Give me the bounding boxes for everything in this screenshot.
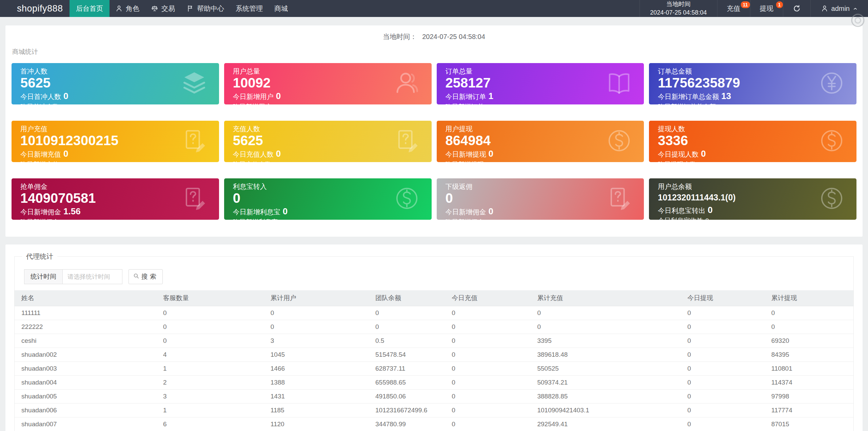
stat-card-yesterday-line-6: 昨日新增提现0: [446, 160, 607, 162]
nav-item-2[interactable]: 交易: [145, 0, 181, 17]
stat-card-11: 用户总余额 1012320111443.1(0) 今日利息宝转出0 今日利息宝收…: [649, 178, 856, 220]
stat-card-today-value-6: 0: [489, 149, 493, 159]
doc-question-icon: [181, 185, 208, 213]
cell-today-withdraw-0: 0: [680, 306, 764, 320]
stat-card-yesterday-value-9: 0: [280, 218, 284, 220]
stat-card-today-label-6: 今日新增提现: [446, 151, 486, 158]
stat-card-yesterday-value-2: 2: [487, 103, 490, 104]
scales-icon: [151, 5, 158, 12]
doc-question-icon: [606, 185, 632, 213]
stat-card-yesterday-label-5: 昨日充值人数: [233, 161, 272, 162]
table-row-5: shuadan004 2 1388 655988.65 0 509374.21 …: [15, 376, 853, 390]
cell-team-balance-2: 0.5: [369, 334, 445, 348]
stat-card-title-3: 订单总金额: [658, 67, 819, 75]
floating-helper-button[interactable]: [849, 12, 867, 29]
cell-name-2: ceshi: [15, 334, 156, 348]
table-row-7: shuadan006 1 1185 1012316672499.6 0 1010…: [15, 404, 853, 417]
cell-name-5: shuadan004: [15, 376, 156, 390]
stat-card-title-11: 用户总余额: [658, 183, 819, 191]
nav-item-label-4: 系统管理: [236, 4, 263, 13]
doc-question-icon: [394, 128, 420, 155]
nav-item-0[interactable]: 后台首页: [70, 0, 110, 17]
stat-card-title-4: 用户充值: [20, 125, 182, 133]
table-row-0: 111111 0 0 0 0 0 0 0: [15, 306, 853, 320]
stat-card-today-label-4: 今日新增充值: [20, 151, 61, 158]
stat-card-today-value-2: 1: [489, 91, 493, 101]
stat-card-today-label-7: 今日提现人数: [658, 151, 698, 158]
nav-right: 当地时间 2024-07-25 04:58:04 充值 11 提现 1 admi…: [639, 0, 868, 17]
nav-item-4[interactable]: 系统管理: [230, 0, 269, 17]
cell-total-recharge-0: 0: [530, 306, 680, 320]
local-time-line: 当地时间：2024-07-25 04:58:04: [5, 25, 863, 41]
stat-card-title-7: 提现人数: [658, 125, 819, 133]
cell-service-count-8: 6: [156, 417, 264, 431]
stat-card-today-label-2: 今日新增订单: [446, 93, 486, 100]
stat-card-8: 抢单佣金 1409070581 今日新增佣金1.56 昨日新增佣金5.4: [12, 178, 219, 220]
stat-card-yesterday-line-2: 昨日新增订单2: [446, 103, 607, 104]
stat-card-value-11: 1012320111443.1(0): [658, 191, 819, 204]
nav-item-3[interactable]: 帮助中心: [181, 0, 230, 17]
stat-card-title-1: 用户总量: [233, 67, 394, 75]
cell-total-users-6: 1431: [264, 390, 369, 404]
withdraw-badge: 1: [776, 1, 783, 8]
agent-table: 姓名 客服数量 累计用户 团队余额 今日充值 累计充值 今日提现: [15, 290, 853, 431]
column-header-1: 客服数量: [156, 290, 264, 306]
stat-card-yesterday-label-2: 昨日新增订单: [446, 103, 484, 104]
stat-card-4: 用户充值 1010912300215 今日新增充值0 昨日新增充值110000: [12, 121, 219, 162]
doc-question-icon: [181, 128, 208, 155]
stat-time-input[interactable]: [63, 269, 122, 284]
nav-withdraw-link[interactable]: 提现 1: [750, 0, 783, 17]
refresh-icon: [793, 4, 801, 13]
nav-item-label-5: 商城: [274, 4, 288, 13]
stat-card-today-line-11: 今日利息宝转出0: [658, 204, 819, 216]
column-header-2: 累计用户: [264, 290, 369, 306]
stat-card-yesterday-label-7: 昨日提现人数: [658, 161, 696, 162]
nav-item-5[interactable]: 商城: [269, 0, 294, 17]
cell-service-count-5: 2: [156, 376, 264, 390]
stat-card-today-line-2: 今日新增订单1: [446, 91, 607, 102]
stat-card-title-9: 利息宝转入: [233, 183, 394, 191]
nav-local-time: 当地时间 2024-07-25 04:58:04: [639, 0, 717, 17]
cell-total-withdraw-5: 114374: [765, 376, 853, 390]
stat-card-3: 订单总金额 11756235879 今日新增订单总金额13 昨日新增订单总金额4…: [649, 63, 856, 104]
agent-stats-panel: 代理统计 统计时间 搜索 姓名: [5, 244, 863, 431]
app-logo[interactable]: shopify888: [0, 0, 70, 17]
cell-today-withdraw-6: 0: [680, 390, 764, 404]
stat-card-7: 提现人数 3336 今日提现人数0 昨日提现人数0: [649, 121, 856, 162]
column-header-5: 累计充值: [530, 290, 680, 306]
stat-card-10: 下级返佣 0 今日新增佣金0 昨日新增佣金0: [437, 178, 644, 220]
column-header-4: 今日充值: [445, 290, 530, 306]
cell-total-users-5: 1388: [264, 376, 369, 390]
search-icon: [133, 273, 140, 281]
stat-card-yesterday-value-5: 2: [274, 161, 278, 162]
refresh-button[interactable]: [783, 0, 810, 17]
cell-today-recharge-0: 0: [445, 306, 530, 320]
column-header-6: 今日提现: [680, 290, 764, 306]
stat-card-today-value-10: 0: [489, 206, 493, 216]
stat-card-today-value-11: 0: [708, 205, 712, 215]
stat-card-5: 充值人数 5625 今日充值人数0 昨日充值人数2: [224, 121, 432, 162]
dollar-circle-icon: [818, 185, 845, 213]
search-button[interactable]: 搜索: [129, 269, 163, 284]
column-header-3: 团队余额: [369, 290, 445, 306]
stat-card-1: 用户总量 10092 今日新增用户0 昨日新增用户1: [224, 63, 432, 104]
table-row-3: shuadan002 4 1045 515478.54 0 389618.48 …: [15, 348, 853, 362]
nav-recharge-link[interactable]: 充值 11: [717, 0, 750, 17]
cell-total-withdraw-1: 0: [765, 320, 853, 334]
stat-card-today-value-9: 0: [283, 206, 288, 216]
flag-icon: [186, 5, 194, 12]
cell-service-count-2: 0: [156, 334, 264, 348]
stat-card-value-8: 1409070581: [20, 191, 182, 206]
cell-total-recharge-6: 388828.85: [530, 390, 680, 404]
nav-item-label-2: 交易: [161, 4, 175, 13]
cell-today-withdraw-3: 0: [680, 348, 764, 362]
stat-card-today-label-3: 今日新增订单总金额: [658, 93, 719, 100]
stat-card-today-label-10: 今日新增佣金: [446, 208, 486, 216]
nav-item-1[interactable]: 角色: [110, 0, 145, 17]
stat-card-title-10: 下级返佣: [446, 183, 607, 191]
stat-card-today-value-4: 0: [63, 149, 68, 159]
table-body: 111111 0 0 0 0 0 0 0 222222 0: [15, 306, 853, 431]
cell-service-count-3: 4: [156, 348, 264, 362]
stat-card-today-value-0: 0: [63, 91, 68, 101]
cell-service-count-4: 1: [156, 362, 264, 376]
